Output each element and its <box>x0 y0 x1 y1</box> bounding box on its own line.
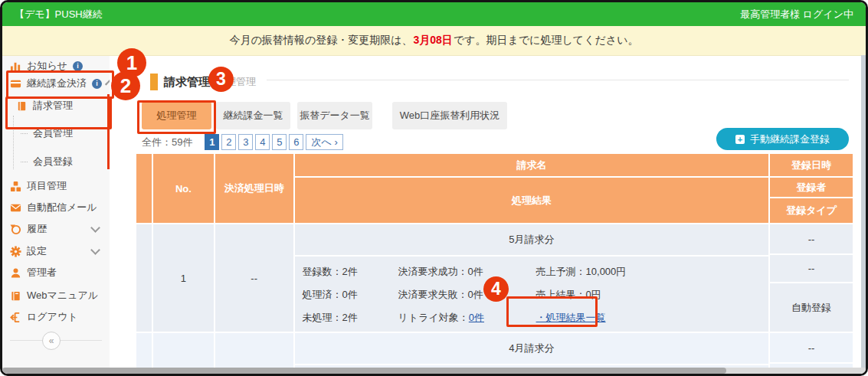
header-reg-type: 登録タイプ <box>770 198 853 223</box>
tree-connector <box>21 133 28 134</box>
tab-recurring-billing-list[interactable]: 継続課金一覧 <box>216 102 290 129</box>
banner-text-prefix: 今月の振替情報の登録・変更期限は、 <box>230 34 413 47</box>
sidebar: お知らせ i 継続課金決済 i 請求管理 会員管理 会員登録 <box>2 56 110 374</box>
logout-icon <box>10 312 21 323</box>
sidebar-item-label: 管理者 <box>27 266 57 280</box>
sidebar-item-label: お知らせ <box>27 59 67 73</box>
sidebar-item-admin[interactable]: 管理者 <box>2 263 110 282</box>
header-bill-name: 請求名 <box>295 154 769 178</box>
annotation-step-2: 2 <box>111 71 140 100</box>
tab-processing-management[interactable]: 処理管理 <box>142 102 211 129</box>
manual-icon <box>10 290 21 302</box>
page-button-1[interactable]: 1 <box>205 134 219 150</box>
cell-bill-name: 5月請求分 <box>295 224 769 257</box>
app-title: 【デモ】PUSH継続 <box>15 8 103 21</box>
sidebar-item-recurring-billing[interactable]: 継続課金決済 i <box>2 74 110 93</box>
annotation-step-4: 4 <box>483 276 509 302</box>
stat-sales-forecast: 売上予測：10,000円 <box>536 260 627 283</box>
sidebar-item-label: 自動配信メール <box>27 201 97 214</box>
tree-connector <box>21 162 28 162</box>
annotation-step-3: 3 <box>208 67 234 92</box>
user-icon <box>10 267 21 279</box>
sidebar-item-item-management[interactable]: 項目管理 <box>2 177 110 195</box>
info-icon: i <box>92 79 102 89</box>
processing-result-list-link[interactable]: ・処理結果一覧 <box>536 311 606 325</box>
vertical-scrollbar[interactable] <box>861 55 866 368</box>
sidebar-item-label: 設定 <box>27 244 47 258</box>
page-button-5[interactable]: 5 <box>272 134 287 150</box>
stat-unprocessed: 未処理：2件 <box>303 306 398 329</box>
sidebar-collapse-button[interactable]: « <box>42 332 61 350</box>
sidebar-item-label: 継続課金決済 <box>27 77 87 90</box>
page-button-6[interactable]: 6 <box>289 134 303 150</box>
total-count-label: 全件：59件 <box>142 136 192 149</box>
book-icon <box>16 100 28 112</box>
top-bar: 【デモ】PUSH継続 最高管理者様 ログイン中 <box>2 2 866 26</box>
header-registrant: 登録者 <box>770 178 853 198</box>
pagination: 全件：59件 1 2 3 4 5 6 次へ › <box>142 134 343 150</box>
info-icon: i <box>73 61 83 71</box>
page-button-4[interactable]: 4 <box>255 134 270 150</box>
sidebar-item-logout[interactable]: ログアウト <box>2 308 110 326</box>
sidebar-item-label: 会員登録 <box>33 155 73 168</box>
cell-bill-name: 4月請求分 <box>295 333 769 365</box>
main-content: 請求管理 処理管理 処理管理 継続課金一覧 振替データ一覧 Web口座振替利用状… <box>110 56 866 374</box>
sidebar-item-member-management[interactable]: 会員管理 <box>2 124 110 142</box>
title-divider <box>267 80 849 80</box>
sidebar-item-label: ログアウト <box>27 310 78 324</box>
chevron-down-icon <box>90 223 100 233</box>
sidebar-item-label: 履歴 <box>27 222 47 236</box>
sidebar-item-member-registration[interactable]: 会員登録 <box>2 152 110 171</box>
cubes-icon <box>10 181 21 192</box>
cell-no: 1 <box>153 224 215 332</box>
bar-chart-icon <box>10 60 21 72</box>
tab-web-account-transfer-status[interactable]: Web口座振替利用状況 <box>392 102 507 129</box>
header-no: No. <box>153 154 215 223</box>
header-reg-datetime: 登録日時 <box>770 154 853 178</box>
banner-text-suffix: です。期日までに処理してください。 <box>454 34 639 47</box>
sidebar-item-label: Webマニュアル <box>27 289 98 302</box>
mail-icon <box>10 202 21 214</box>
retry-count-link[interactable]: 0件 <box>469 311 484 325</box>
history-icon <box>10 224 21 235</box>
table-header: No. 決済処理日時 請求名 処理結果 登録日時 登録者 登録タイプ <box>136 154 853 223</box>
page-button-2[interactable]: 2 <box>221 134 236 150</box>
sidebar-item-label: 項目管理 <box>27 179 67 193</box>
cell-payment-datetime: -- <box>215 224 295 332</box>
stat-sales-result: 売上結果：0円 <box>536 283 627 306</box>
sidebar-item-billing-management[interactable]: 請求管理 <box>2 96 110 115</box>
cell-reg-datetime: -- <box>770 224 853 255</box>
horizontal-scrollbar-thumb[interactable] <box>2 368 726 374</box>
stat-request-fail: 決済要求失敗：0件 <box>398 283 529 306</box>
cell-registrant: -- <box>770 255 853 283</box>
tab-transfer-data-list[interactable]: 振替データ一覧 <box>297 102 372 129</box>
sidebar-item-web-manual[interactable]: Webマニュアル <box>2 286 110 305</box>
page-title: 請求管理 <box>164 75 210 90</box>
cell-reg-datetime: -- <box>770 333 853 364</box>
horizontal-scrollbar-track <box>2 368 866 374</box>
credit-card-icon <box>10 78 21 90</box>
gear-icon <box>10 246 21 257</box>
sidebar-item-auto-mail[interactable]: 自動配信メール <box>2 198 110 217</box>
billing-table: No. 決済処理日時 請求名 処理結果 登録日時 登録者 登録タイプ 1 <box>136 154 853 376</box>
header-empty-cell <box>136 154 153 223</box>
stat-registered: 登録数：2件 <box>303 260 398 283</box>
manual-recurring-billing-register-button[interactable]: + 手動継続課金登録 <box>716 128 849 150</box>
stat-retry-label: リトライ対象： <box>398 311 469 325</box>
sidebar-item-label: 会員管理 <box>33 126 73 140</box>
manual-register-label: 手動継続課金登録 <box>750 132 830 146</box>
sidebar-item-settings[interactable]: 設定 <box>2 242 110 260</box>
cell-reg-type: 自動登録 <box>770 283 853 332</box>
header-result: 処理結果 <box>295 178 769 223</box>
stat-request-success: 決済要求成功：0件 <box>398 260 529 283</box>
next-page-button[interactable]: 次へ › <box>306 134 342 150</box>
banner-deadline: 3月08日 <box>414 34 453 47</box>
login-status: 最高管理者様 ログイン中 <box>740 8 853 21</box>
header-payment-datetime: 決済処理日時 <box>215 154 295 223</box>
stat-processed: 処理済：0件 <box>303 283 398 306</box>
sidebar-item-news[interactable]: お知らせ i <box>2 57 110 75</box>
page-button-3[interactable]: 3 <box>238 134 253 150</box>
app-window: 【デモ】PUSH継続 最高管理者様 ログイン中 今月の振替情報の登録・変更期限は… <box>0 0 868 376</box>
sidebar-item-history[interactable]: 履歴 <box>2 220 110 238</box>
sidebar-item-label: 請求管理 <box>33 99 73 113</box>
